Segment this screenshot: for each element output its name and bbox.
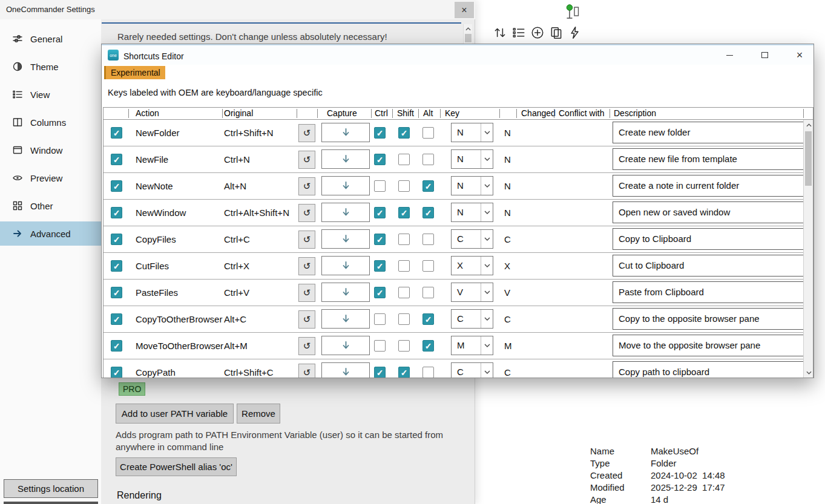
sidebar-item-columns[interactable]: Columns: [0, 110, 101, 134]
copy-icon[interactable]: [549, 25, 564, 40]
list-select-icon[interactable]: [511, 25, 526, 40]
minimize-button[interactable]: [715, 45, 743, 65]
ctrl-checkbox[interactable]: [374, 180, 386, 192]
shift-checkbox[interactable]: [398, 367, 410, 378]
scrollbar-thumb[interactable]: [465, 34, 472, 42]
description-box[interactable]: Copy path to clipboard: [613, 361, 804, 378]
reset-shortcut-button[interactable]: ↺: [298, 177, 315, 195]
dialog-titlebar[interactable]: one Shortcuts Editor ×: [102, 45, 813, 65]
capture-field[interactable]: [321, 229, 370, 249]
shift-checkbox[interactable]: [398, 234, 410, 245]
lightning-icon[interactable]: [567, 25, 582, 40]
scroll-up-icon[interactable]: [804, 120, 813, 130]
row-enabled-checkbox[interactable]: [111, 207, 122, 218]
description-box[interactable]: Paste from Clipboard: [613, 281, 804, 303]
ctrl-checkbox[interactable]: [374, 340, 386, 352]
description-box[interactable]: Create new folder: [613, 122, 804, 143]
row-enabled-checkbox[interactable]: [111, 260, 122, 272]
maximize-button[interactable]: [751, 45, 778, 65]
alt-checkbox[interactable]: [422, 260, 434, 272]
capture-field[interactable]: [321, 123, 370, 142]
reset-shortcut-button[interactable]: ↺: [298, 284, 315, 302]
shift-checkbox[interactable]: [398, 313, 410, 325]
key-dropdown[interactable]: V: [451, 283, 493, 302]
alt-checkbox[interactable]: [422, 367, 434, 378]
row-enabled-checkbox[interactable]: [111, 180, 122, 192]
row-enabled-checkbox[interactable]: [111, 313, 122, 325]
shift-checkbox[interactable]: [398, 127, 410, 139]
sidebar-item-view[interactable]: View: [0, 82, 101, 106]
scroll-down-icon[interactable]: [804, 367, 813, 378]
settings-close-button[interactable]: ×: [455, 2, 474, 18]
ctrl-checkbox[interactable]: [374, 154, 386, 165]
ctrl-checkbox[interactable]: [374, 260, 386, 272]
add-circle-icon[interactable]: [530, 25, 545, 40]
alt-checkbox[interactable]: [422, 234, 434, 245]
alt-checkbox[interactable]: [422, 207, 434, 218]
description-box[interactable]: Cut to Clipboard: [613, 255, 804, 277]
key-dropdown[interactable]: C: [451, 309, 493, 329]
capture-field[interactable]: [321, 336, 370, 355]
row-enabled-checkbox[interactable]: [111, 127, 122, 139]
shift-checkbox[interactable]: [398, 207, 410, 218]
sidebar-item-advanced[interactable]: Advanced: [0, 221, 101, 246]
reset-shortcut-button[interactable]: ↺: [298, 310, 315, 329]
sort-arrows-icon[interactable]: [493, 25, 507, 40]
key-dropdown[interactable]: C: [451, 362, 493, 378]
alt-checkbox[interactable]: [422, 287, 434, 298]
shift-checkbox[interactable]: [398, 180, 410, 192]
alt-checkbox[interactable]: [422, 313, 434, 325]
settings-scrollbar[interactable]: [463, 24, 472, 44]
reset-shortcut-button[interactable]: ↺: [298, 124, 315, 142]
row-enabled-checkbox[interactable]: [111, 234, 122, 245]
key-dropdown[interactable]: N: [451, 203, 493, 222]
row-enabled-checkbox[interactable]: [111, 367, 122, 378]
settings-location-button[interactable]: Settings location: [4, 479, 98, 498]
row-enabled-checkbox[interactable]: [111, 340, 122, 352]
sidebar-item-general[interactable]: General: [0, 27, 101, 51]
table-scrollbar[interactable]: [803, 120, 813, 378]
description-box[interactable]: Copy to the opposite browser pane: [613, 308, 804, 330]
sidebar-item-other[interactable]: Other: [0, 194, 101, 218]
reset-shortcut-button[interactable]: ↺: [298, 151, 315, 169]
description-box[interactable]: Open new or saved window: [613, 201, 804, 223]
capture-field[interactable]: [321, 256, 370, 275]
capture-field[interactable]: [321, 283, 370, 302]
ctrl-checkbox[interactable]: [374, 207, 386, 218]
close-button[interactable]: ×: [786, 45, 813, 65]
ctrl-checkbox[interactable]: [374, 367, 386, 378]
sidebar-item-preview[interactable]: Preview: [0, 166, 101, 190]
reset-shortcut-button[interactable]: ↺: [298, 231, 315, 249]
key-dropdown[interactable]: N: [451, 123, 493, 142]
scrollbar-thumb[interactable]: [805, 131, 812, 186]
description-box[interactable]: Create new file from template: [613, 148, 804, 170]
alt-checkbox[interactable]: [422, 340, 434, 352]
capture-field[interactable]: [321, 149, 370, 169]
description-box[interactable]: Copy to Clipboard: [613, 228, 804, 250]
ctrl-checkbox[interactable]: [374, 313, 386, 325]
key-dropdown[interactable]: N: [451, 149, 493, 169]
reset-shortcut-button[interactable]: ↺: [298, 364, 315, 378]
key-dropdown[interactable]: C: [451, 229, 493, 249]
alt-checkbox[interactable]: [422, 127, 434, 139]
key-dropdown[interactable]: M: [451, 336, 493, 355]
key-dropdown[interactable]: X: [451, 256, 493, 275]
reset-shortcut-button[interactable]: ↺: [298, 257, 315, 275]
reset-shortcut-button[interactable]: ↺: [298, 337, 315, 355]
alt-checkbox[interactable]: [422, 154, 434, 165]
remove-button[interactable]: Remove: [237, 404, 280, 424]
ctrl-checkbox[interactable]: [374, 127, 386, 139]
shift-checkbox[interactable]: [398, 340, 410, 352]
powershell-alias-button[interactable]: Create PowerShell alias 'oc': [116, 457, 237, 476]
shift-checkbox[interactable]: [398, 260, 410, 272]
alt-checkbox[interactable]: [422, 180, 434, 192]
capture-field[interactable]: [321, 309, 370, 329]
row-enabled-checkbox[interactable]: [111, 287, 122, 298]
sidebar-item-theme[interactable]: Theme: [0, 54, 101, 79]
scroll-up-icon[interactable]: [464, 24, 473, 33]
key-dropdown[interactable]: N: [451, 176, 493, 195]
ctrl-checkbox[interactable]: [374, 234, 386, 245]
row-enabled-checkbox[interactable]: [111, 154, 122, 165]
add-path-button[interactable]: Add to user PATH variable: [116, 404, 234, 424]
description-box[interactable]: Create a note in current folder: [613, 175, 804, 197]
